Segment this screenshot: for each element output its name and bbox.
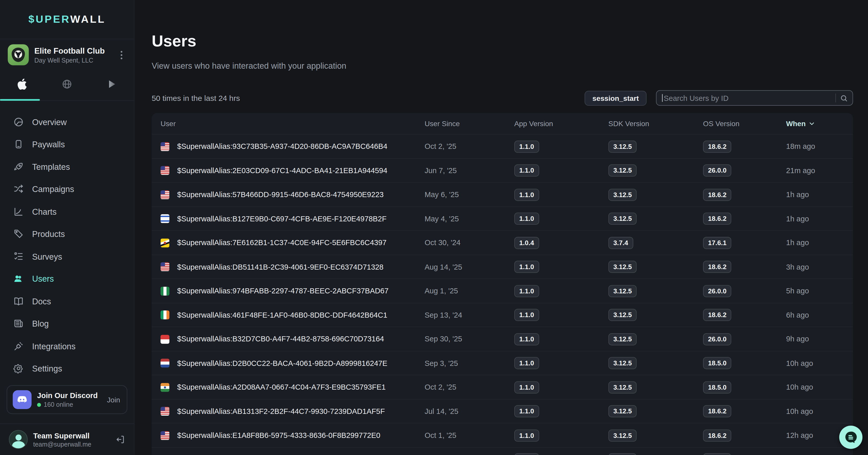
plug-icon	[13, 341, 24, 351]
account-name: Team Superwall	[33, 431, 110, 440]
sdk-version-badge: 3.12.5	[608, 333, 637, 345]
table-row[interactable]: $SuperwallAlias:735DE508-A440-41FB-87A0-…	[152, 447, 853, 455]
table-row[interactable]: $SuperwallAlias:974BFABB-2297-4787-BEEC-…	[152, 279, 853, 302]
table-row[interactable]: $SuperwallAlias:B32D7CB0-A4F7-44B2-8758-…	[152, 327, 853, 351]
sidebar-item-products[interactable]: Products	[0, 223, 134, 246]
os-version-badge: 18.6.2	[703, 140, 732, 153]
workspace-switcher[interactable]: Elite Football Club Day Well Spent, LLC	[0, 39, 134, 70]
discord-banner[interactable]: Join Our Discord 160 online Join	[7, 385, 127, 414]
column-header-sdk-version: SDK Version	[608, 120, 703, 128]
user-since: Oct 1, '25	[425, 431, 514, 440]
sidebar-item-campaigns[interactable]: Campaigns	[0, 178, 134, 200]
table-row[interactable]: $SuperwallAlias:2E03CD09-67C1-4ADC-BA41-…	[152, 158, 853, 182]
sidebar-item-users[interactable]: Users	[0, 268, 134, 290]
account-footer[interactable]: Team Superwall team@superwall.me	[0, 423, 134, 455]
table-row[interactable]: $SuperwallAlias:7E6162B1-1C37-4C0E-94FC-…	[152, 231, 853, 255]
sidebar-item-label: Overview	[32, 117, 67, 127]
gear-icon	[13, 363, 24, 374]
when-value: 1h ago	[786, 239, 844, 247]
when-value: 9h ago	[786, 335, 844, 344]
sdk-version-badge: 3.12.5	[608, 164, 637, 177]
user-since: Oct 2, '25	[425, 383, 514, 391]
when-value: 12h ago	[786, 431, 844, 440]
os-version-badge: 17.6.1	[703, 237, 732, 249]
sidebar-item-surveys[interactable]: Surveys	[0, 245, 134, 268]
user-id: $SuperwallAlias:B32D7CB0-A4F7-44B2-8758-…	[177, 335, 425, 344]
sidebar-item-charts[interactable]: Charts	[0, 200, 134, 223]
sidebar-item-integrations[interactable]: Integrations	[0, 335, 134, 357]
table-row[interactable]: $SuperwallAlias:D2B0CC22-BACA-4061-9B2D-…	[152, 351, 853, 375]
user-since: Jul 14, '25	[425, 407, 514, 416]
user-since: Sep 30, '25	[425, 335, 514, 344]
column-header-when[interactable]: When	[786, 120, 844, 128]
sidebar-item-templates[interactable]: Templates	[0, 156, 134, 178]
when-value: 5h ago	[786, 287, 844, 295]
when-value: 6h ago	[786, 311, 844, 319]
discord-title: Join Our Discord	[37, 391, 101, 400]
discord-online-count: 160 online	[44, 401, 73, 408]
sidebar-item-label: Surveys	[32, 252, 62, 261]
os-version-badge: 18.6.2	[703, 309, 732, 321]
chat-bubble-icon[interactable]	[839, 426, 862, 449]
user-id: $SuperwallAlias:B127E9B0-C697-4CFB-AE9E-…	[177, 215, 425, 223]
country-flag-icon	[161, 287, 169, 295]
logout-icon[interactable]	[115, 434, 125, 445]
platform-tab-google-play[interactable]	[89, 70, 134, 100]
country-flag-icon	[161, 262, 169, 271]
country-flag-icon	[161, 407, 169, 416]
app-version-badge: 1.1.0	[514, 164, 539, 177]
text-caret	[662, 94, 663, 102]
search-input[interactable]: Search Users by ID	[656, 90, 853, 106]
main-content: Users View users who have interacted wit…	[134, 0, 868, 455]
table-row[interactable]: $SuperwallAlias:A2D08AA7-0667-4C04-A7F3-…	[152, 375, 853, 399]
sidebar-item-label: Blog	[32, 319, 49, 328]
sidebar-item-overview[interactable]: Overview	[0, 111, 134, 133]
country-flag-icon	[161, 383, 169, 392]
pie-chart-icon	[13, 117, 24, 127]
rocket-icon	[13, 161, 24, 172]
when-value: 21m ago	[786, 166, 844, 175]
table-row[interactable]: $SuperwallAlias:461F48FE-1AF0-46B0-8DBC-…	[152, 303, 853, 327]
sidebar-nav: Overview Paywalls Templates Campaigns Ch…	[0, 101, 134, 380]
country-flag-icon	[161, 238, 169, 248]
app-window: $UPERWALL Elite Football Club Day Well S…	[0, 0, 868, 455]
platform-tab-globe[interactable]	[45, 70, 89, 100]
table-row[interactable]: $SuperwallAlias:93C73B35-A937-4D20-86DB-…	[152, 134, 853, 158]
book-open-icon	[13, 296, 24, 306]
sidebar-item-blog[interactable]: Blog	[0, 313, 134, 335]
sidebar-item-label: Docs	[32, 296, 51, 306]
sidebar-item-settings[interactable]: Settings	[0, 357, 134, 380]
table-row[interactable]: $SuperwallAlias:DB51141B-2C39-4061-9EF0-…	[152, 255, 853, 279]
platform-tab-apple[interactable]	[0, 70, 45, 100]
sidebar-item-label: Templates	[32, 162, 70, 171]
sidebar-item-docs[interactable]: Docs	[0, 290, 134, 313]
user-id: $SuperwallAlias:7E6162B1-1C37-4C0E-94FC-…	[177, 239, 425, 247]
checklist-icon	[13, 251, 24, 262]
sidebar-item-paywalls[interactable]: Paywalls	[0, 133, 134, 156]
sdk-version-badge: 3.12.5	[608, 189, 637, 201]
shuffle-arrows-icon	[13, 184, 24, 194]
sdk-version-badge: 3.12.5	[608, 381, 637, 393]
sdk-version-badge: 3.12.5	[608, 453, 637, 455]
line-chart-icon	[13, 206, 24, 217]
search-icon[interactable]	[840, 94, 848, 102]
table-row[interactable]: $SuperwallAlias:B127E9B0-C697-4CFB-AE9E-…	[152, 206, 853, 230]
table-row[interactable]: $SuperwallAlias:57B466DD-9915-46D6-BAC8-…	[152, 182, 853, 206]
event-filter-button[interactable]: session_start	[585, 91, 646, 106]
country-flag-icon	[161, 431, 169, 440]
platform-tabs	[0, 70, 134, 101]
person-avatar-icon	[9, 430, 28, 449]
os-version-badge: 18.6.2	[703, 405, 732, 418]
superwall-logo[interactable]: $UPERWALL	[0, 0, 134, 39]
os-version-badge: 26.0.0	[703, 285, 732, 297]
football-club-app-icon	[8, 44, 29, 65]
kebab-icon[interactable]	[116, 47, 126, 62]
os-version-badge: 18.6.2	[703, 189, 732, 201]
user-since: Sep 3, '25	[425, 359, 514, 367]
google-play-icon	[106, 79, 117, 92]
table-row[interactable]: $SuperwallAlias:E1A8F8B6-5975-4333-8636-…	[152, 423, 853, 447]
table-row[interactable]: $SuperwallAlias:AB1313F2-2B2F-44C7-9930-…	[152, 399, 853, 423]
discord-join-button[interactable]: Join	[107, 395, 120, 404]
when-value: 1h ago	[786, 191, 844, 199]
os-version-badge: 18.6.2	[703, 453, 732, 455]
